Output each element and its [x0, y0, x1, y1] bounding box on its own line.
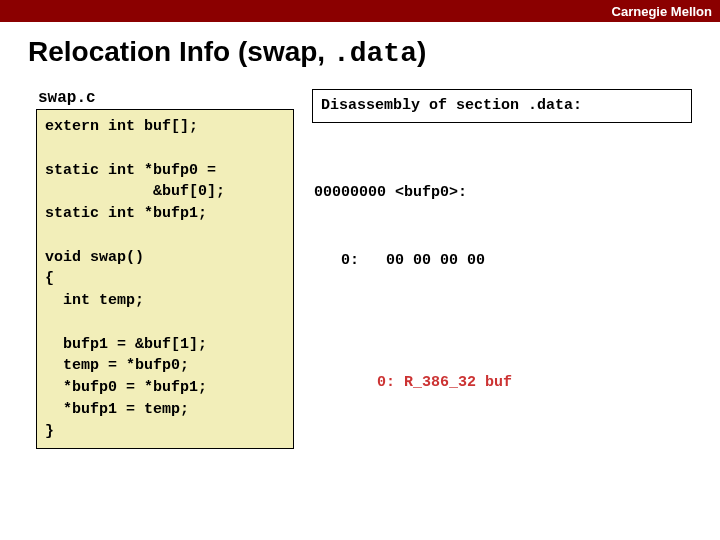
- topbar: Carnegie Mellon: [0, 0, 720, 22]
- right-column: Disassembly of section .data: 00000000 <…: [312, 89, 692, 449]
- spacer: [314, 317, 692, 327]
- left-column: swap.c extern int buf[]; static int *buf…: [36, 89, 294, 449]
- title-mono: .data: [333, 38, 417, 69]
- slide-title: Relocation Info (swap, .data): [0, 22, 720, 79]
- disasm-label-line: 00000000 <bufp0>:: [314, 182, 692, 205]
- title-prefix: Relocation Info (swap,: [28, 36, 333, 67]
- brand-label: Carnegie Mellon: [612, 4, 712, 19]
- title-suffix: ): [417, 36, 426, 67]
- disasm-header-box: Disassembly of section .data:: [312, 89, 692, 123]
- source-code-box: extern int buf[]; static int *bufp0 = &b…: [36, 109, 294, 449]
- reloc-entry: 0: R_386_32 buf: [314, 372, 692, 395]
- source-filename: swap.c: [36, 89, 294, 107]
- disasm-block: 00000000 <bufp0>: 0: 00 00 00 00 0: R_38…: [312, 137, 692, 440]
- disasm-bytes-line: 0: 00 00 00 00: [314, 250, 692, 273]
- content-area: swap.c extern int buf[]; static int *buf…: [0, 79, 720, 449]
